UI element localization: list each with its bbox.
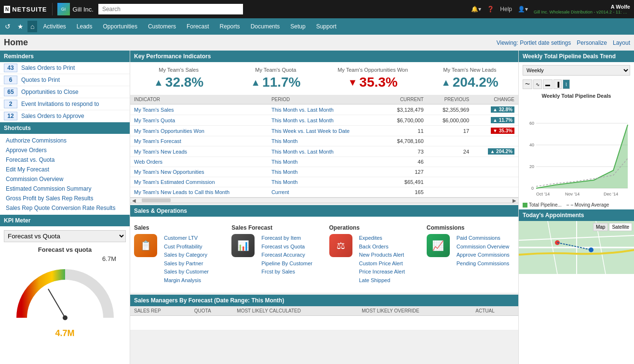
shortcut-authorize-commissions[interactable]: Authorize Commissions	[0, 136, 130, 145]
forecast-links: Forecast by Item Forecast vs Quota Forec…	[261, 234, 312, 276]
ops-link-3[interactable]: New Products Alert	[359, 251, 405, 260]
scroll-right-arrow[interactable]: ▶	[512, 198, 517, 203]
nav-opportunities[interactable]: Opportunities	[98, 20, 142, 33]
scroll-left-arrow[interactable]: ◀	[131, 198, 137, 203]
sales-link-1[interactable]: Customer LTV	[164, 234, 209, 243]
reminder-item-4: 2 Event Invitations to respond to	[0, 98, 130, 110]
nav-recent-icon[interactable]: ↺	[2, 21, 13, 32]
comm-link-1[interactable]: Paid Commissions	[457, 234, 510, 243]
satellite-view-btn[interactable]: Satellite	[609, 223, 632, 231]
sales-link-6[interactable]: Margin Analysis	[164, 276, 209, 285]
kpi-indicator-5[interactable]: Web Orders	[134, 159, 162, 165]
kpi-opps-value: ▼ 35.3%	[329, 75, 417, 90]
sales-link-5[interactable]: Sales by Customer	[164, 268, 209, 276]
kpi-meter-select[interactable]: Forecast vs Quota	[4, 230, 126, 242]
kpi-indicator-8[interactable]: My Team's New Leads to Call this Month	[134, 189, 229, 195]
nav-forecast[interactable]: Forecast	[182, 20, 214, 33]
shortcut-estimated-commission[interactable]: Estimated Commission Summary	[0, 184, 130, 194]
nav-reports[interactable]: Reports	[215, 20, 245, 33]
kpi-period-8[interactable]: Current	[271, 189, 289, 195]
kpi-period-5[interactable]: This Month	[271, 159, 297, 165]
shortcut-gross-profit[interactable]: Gross Profit by Sales Rep Results	[0, 194, 130, 203]
nav-customers[interactable]: Customers	[143, 20, 181, 33]
kpi-period-2[interactable]: This Week vs. Last Week to Date	[271, 128, 350, 134]
map-view-btn[interactable]: Map	[593, 223, 608, 231]
reminder-count-5: 12	[4, 112, 17, 120]
nav-favorites-icon[interactable]: ★	[14, 21, 27, 32]
opps-down-arrow: ▼	[348, 77, 358, 88]
ops-link-6[interactable]: Late Shipped	[359, 276, 405, 285]
commissions-col-content: 📈 Paid Commissions Commission Overview A…	[427, 234, 514, 268]
nav-activities[interactable]: Activities	[38, 20, 70, 33]
shortcut-edit-forecast[interactable]: Edit My Forecast	[0, 165, 130, 174]
svg-line-0	[48, 289, 65, 318]
comm-link-2[interactable]: Commission Overview	[457, 243, 510, 251]
kpi-period-0[interactable]: This Month vs. Last Month	[271, 107, 334, 113]
svg-text:20: 20	[529, 164, 534, 169]
forecast-link-4[interactable]: Pipeline By Customer	[261, 260, 312, 268]
kpi-indicator-4[interactable]: My Team's New Leads	[134, 149, 187, 155]
shortcut-approve-orders[interactable]: Approve Orders	[0, 145, 130, 155]
shortcut-forecast-quota[interactable]: Forecast vs. Quota	[0, 155, 130, 165]
ops-link-5[interactable]: Price Increase Alert	[359, 268, 405, 276]
user-icon[interactable]: 👤▾	[518, 6, 528, 13]
operations-col: Operations ⚖ Expedites Back Orders New P…	[329, 224, 417, 285]
kpi-indicator-6[interactable]: My Team's New Opportunities	[134, 169, 204, 175]
ops-link-4[interactable]: Custom Price Alert	[359, 260, 405, 268]
forecast-col-title: Sales Forecast	[231, 224, 319, 231]
layout-link[interactable]: Layout	[613, 39, 630, 46]
notifications-icon[interactable]: 🔔▾	[471, 6, 481, 13]
chart-type-line[interactable]: ∿	[533, 79, 542, 89]
shortcut-commission-overview[interactable]: Commission Overview	[0, 174, 130, 184]
reminder-label-4[interactable]: Event Invitations to respond to	[21, 101, 99, 107]
nav-support[interactable]: Support	[311, 20, 341, 33]
kpi-indicator-7[interactable]: My Team's Estimated Commission	[134, 179, 215, 185]
forecast-link-2[interactable]: Forecast vs Quota	[261, 243, 312, 251]
nav-leads[interactable]: Leads	[72, 20, 97, 33]
nav-setup[interactable]: Setup	[285, 20, 310, 33]
scroll-thumb[interactable]	[142, 198, 171, 202]
sm-col-most-likely-calc: MOST LIKELY CALCULATED	[233, 306, 358, 316]
kpi-period-7[interactable]: This Month	[271, 179, 297, 185]
kpi-period-3[interactable]: This Month	[271, 138, 297, 144]
chart-type-bar[interactable]: ▬	[543, 79, 553, 89]
chart-type-combo[interactable]: ⌇	[563, 79, 570, 89]
viewing-portlet-link[interactable]: Viewing: Portlet date settings	[497, 39, 571, 46]
help-icon[interactable]: ❓	[487, 6, 494, 13]
nav-documents[interactable]: Documents	[246, 20, 285, 33]
sales-link-4[interactable]: Sales by Partner	[164, 260, 209, 268]
sales-link-2[interactable]: Cust Profitability	[164, 243, 209, 251]
reminder-label-2[interactable]: Quotes to Print	[21, 77, 60, 83]
kpi-scrollbar[interactable]: ◀ ▶	[130, 197, 518, 203]
comm-link-4[interactable]: Pending Commissions	[457, 260, 510, 268]
ops-link-1[interactable]: Expedites	[359, 234, 405, 243]
user-info: A Wolfe Gill Inc. Wholesale Distribution…	[534, 4, 630, 14]
reminder-label-3[interactable]: Opportunities to Close	[21, 89, 79, 95]
nav-home-icon[interactable]: ⌂	[27, 21, 37, 32]
search-bar[interactable]	[98, 4, 243, 14]
kpi-indicator-1[interactable]: My Team's Quota	[134, 117, 175, 123]
personalize-link[interactable]: Personalize	[577, 39, 607, 46]
forecast-link-3[interactable]: Forecast Accuracy	[261, 251, 312, 260]
forecast-link-5[interactable]: Frcst by Sales	[261, 268, 312, 276]
comm-link-3[interactable]: Approve Commissions	[457, 251, 510, 260]
sales-link-3[interactable]: Sales by Category	[164, 251, 209, 260]
kpi-period-6[interactable]: This Month	[271, 169, 297, 175]
kpi-indicator-0[interactable]: My Team's Sales	[134, 107, 174, 113]
shortcut-sales-rep-quote[interactable]: Sales Rep Quote Conversion Rate Results	[0, 203, 130, 213]
kpi-indicator-2[interactable]: My Team's Opportunities Won	[134, 128, 204, 134]
pipeline-period-select[interactable]: Weekly	[523, 65, 630, 76]
kpi-table: INDICATOR PERIOD CURRENT PREVIOUS CHANGE…	[130, 95, 518, 197]
reminder-label-1[interactable]: Sales Orders to Print	[21, 65, 75, 71]
kpi-period-4[interactable]: This Month vs. Last Month	[271, 149, 334, 155]
sales-col: Sales 📋 Customer LTV Cust Profitability …	[134, 224, 222, 285]
chart-type-area[interactable]: 〜	[523, 79, 532, 89]
kpi-period-1[interactable]: This Month vs. Last Month	[271, 117, 334, 123]
forecast-link-1[interactable]: Forecast by Item	[261, 234, 312, 243]
app-name: NETSUITE	[12, 6, 47, 13]
ops-link-2[interactable]: Back Orders	[359, 243, 405, 251]
kpi-indicator-3[interactable]: My Team's Forecast	[134, 138, 181, 144]
search-input[interactable]	[98, 4, 243, 14]
chart-type-column[interactable]: ▐	[553, 79, 562, 89]
reminder-label-5[interactable]: Sales Orders to Approve	[21, 113, 84, 119]
